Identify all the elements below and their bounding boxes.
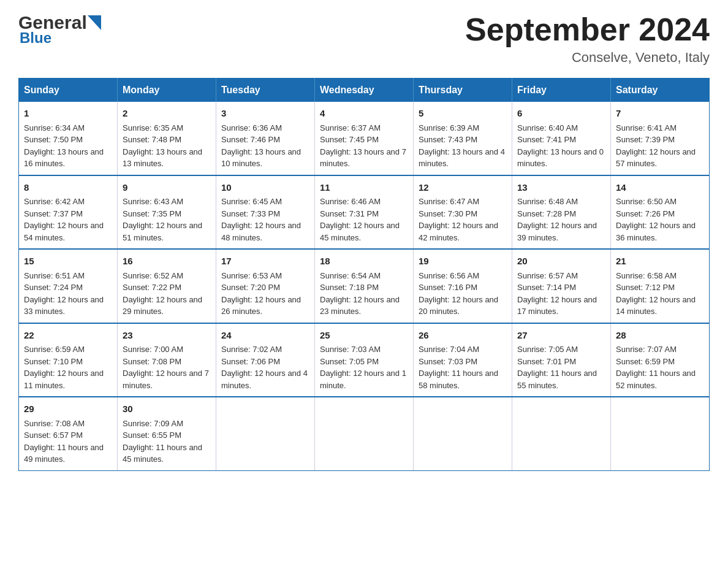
page-header: General Blue September 2024 Conselve, Ve… [18,12,710,66]
sunset-info: Sunset: 7:50 PM [24,134,112,146]
calendar-week-row: 15 Sunrise: 6:51 AM Sunset: 7:24 PM Dayl… [19,249,710,323]
daylight-info: Daylight: 12 hours and 1 minute. [320,367,408,391]
calendar-cell: 29 Sunrise: 7:08 AM Sunset: 6:57 PM Dayl… [19,397,118,470]
sunrise-info: Sunrise: 6:54 AM [320,270,408,282]
daylight-info: Daylight: 12 hours and 17 minutes. [517,294,605,318]
calendar-week-row: 1 Sunrise: 6:34 AM Sunset: 7:50 PM Dayli… [19,102,710,175]
calendar-week-row: 29 Sunrise: 7:08 AM Sunset: 6:57 PM Dayl… [19,397,710,470]
sunset-info: Sunset: 7:24 PM [24,282,112,294]
sunrise-info: Sunrise: 7:05 AM [517,343,605,356]
weekday-header-wednesday: Wednesday [315,79,414,102]
daylight-info: Daylight: 12 hours and 57 minutes. [616,146,704,170]
day-number: 13 [517,181,605,195]
day-number: 3 [221,107,309,121]
sunrise-info: Sunrise: 6:46 AM [320,196,408,208]
daylight-info: Daylight: 13 hours and 0 minutes. [517,146,605,170]
day-number: 12 [419,181,507,195]
day-number: 5 [419,107,507,121]
calendar-cell: 7 Sunrise: 6:41 AM Sunset: 7:39 PM Dayli… [611,102,710,175]
day-number: 2 [123,107,211,121]
location-subtitle: Conselve, Veneto, Italy [465,50,710,66]
sunset-info: Sunset: 7:26 PM [616,208,704,220]
daylight-info: Daylight: 12 hours and 39 minutes. [517,220,605,243]
calendar-cell: 27 Sunrise: 7:05 AM Sunset: 7:01 PM Dayl… [512,323,611,397]
day-number: 26 [419,329,507,343]
daylight-info: Daylight: 12 hours and 7 minutes. [123,367,211,391]
day-number: 27 [517,329,605,343]
sunset-info: Sunset: 7:05 PM [320,356,408,368]
sunset-info: Sunset: 6:55 PM [123,429,211,442]
calendar-cell: 18 Sunrise: 6:54 AM Sunset: 7:18 PM Dayl… [315,249,414,323]
calendar-cell: 16 Sunrise: 6:52 AM Sunset: 7:22 PM Dayl… [118,249,216,323]
calendar-cell: 2 Sunrise: 6:35 AM Sunset: 7:48 PM Dayli… [118,102,216,175]
logo-triangle-icon [88,15,101,30]
weekday-header-row: SundayMondayTuesdayWednesdayThursdayFrid… [19,79,710,102]
sunset-info: Sunset: 7:03 PM [419,356,507,368]
day-number: 29 [24,402,112,416]
sunset-info: Sunset: 7:14 PM [517,282,605,294]
sunset-info: Sunset: 7:39 PM [616,134,704,146]
sunrise-info: Sunrise: 6:39 AM [419,122,507,134]
sunrise-info: Sunrise: 6:47 AM [419,196,507,208]
sunrise-info: Sunrise: 6:48 AM [517,196,605,208]
day-number: 9 [123,181,211,195]
sunset-info: Sunset: 7:16 PM [419,282,507,294]
sunset-info: Sunset: 7:35 PM [123,208,211,220]
calendar-cell: 20 Sunrise: 6:57 AM Sunset: 7:14 PM Dayl… [512,249,611,323]
calendar-cell: 17 Sunrise: 6:53 AM Sunset: 7:20 PM Dayl… [216,249,315,323]
sunset-info: Sunset: 7:18 PM [320,282,408,294]
daylight-info: Daylight: 12 hours and 23 minutes. [320,294,408,318]
sunrise-info: Sunrise: 6:57 AM [517,270,605,282]
calendar-cell: 13 Sunrise: 6:48 AM Sunset: 7:28 PM Dayl… [512,175,611,250]
daylight-info: Daylight: 12 hours and 42 minutes. [419,220,507,243]
sunrise-info: Sunrise: 6:56 AM [419,270,507,282]
sunrise-info: Sunrise: 6:41 AM [616,122,704,134]
day-number: 10 [221,181,309,195]
sunset-info: Sunset: 7:37 PM [24,208,112,220]
calendar-cell: 6 Sunrise: 6:40 AM Sunset: 7:41 PM Dayli… [512,102,611,175]
day-number: 22 [24,329,112,343]
day-number: 19 [419,255,507,269]
daylight-info: Daylight: 13 hours and 13 minutes. [123,146,211,170]
day-number: 11 [320,181,408,195]
sunset-info: Sunset: 6:59 PM [616,356,704,368]
sunset-info: Sunset: 7:43 PM [419,134,507,146]
daylight-info: Daylight: 12 hours and 20 minutes. [419,294,507,318]
sunrise-info: Sunrise: 7:03 AM [320,343,408,356]
day-number: 21 [616,255,704,269]
calendar-cell: 25 Sunrise: 7:03 AM Sunset: 7:05 PM Dayl… [315,323,414,397]
sunset-info: Sunset: 7:48 PM [123,134,211,146]
weekday-header-thursday: Thursday [414,79,512,102]
sunset-info: Sunset: 7:10 PM [24,356,112,368]
sunset-info: Sunset: 7:46 PM [221,134,309,146]
calendar-cell: 19 Sunrise: 6:56 AM Sunset: 7:16 PM Dayl… [414,249,512,323]
sunset-info: Sunset: 7:12 PM [616,282,704,294]
sunset-info: Sunset: 7:30 PM [419,208,507,220]
calendar-cell [414,397,512,470]
sunrise-info: Sunrise: 6:53 AM [221,270,309,282]
calendar-table: SundayMondayTuesdayWednesdayThursdayFrid… [18,78,710,471]
day-number: 4 [320,107,408,121]
sunrise-info: Sunrise: 7:04 AM [419,343,507,356]
calendar-cell: 15 Sunrise: 6:51 AM Sunset: 7:24 PM Dayl… [19,249,118,323]
calendar-cell [611,397,710,470]
sunset-info: Sunset: 7:01 PM [517,356,605,368]
day-number: 24 [221,329,309,343]
day-number: 16 [123,255,211,269]
calendar-cell: 21 Sunrise: 6:58 AM Sunset: 7:12 PM Dayl… [611,249,710,323]
calendar-cell: 9 Sunrise: 6:43 AM Sunset: 7:35 PM Dayli… [118,175,216,250]
weekday-header-monday: Monday [118,79,216,102]
sunrise-info: Sunrise: 7:09 AM [123,418,211,430]
sunrise-info: Sunrise: 6:43 AM [123,196,211,208]
daylight-info: Daylight: 12 hours and 54 minutes. [24,220,112,243]
daylight-info: Daylight: 11 hours and 58 minutes. [419,367,507,391]
daylight-info: Daylight: 12 hours and 33 minutes. [24,294,112,318]
daylight-info: Daylight: 12 hours and 11 minutes. [24,367,112,391]
sunrise-info: Sunrise: 6:50 AM [616,196,704,208]
sunrise-info: Sunrise: 6:34 AM [24,122,112,134]
calendar-week-row: 22 Sunrise: 6:59 AM Sunset: 7:10 PM Dayl… [19,323,710,397]
calendar-cell: 10 Sunrise: 6:45 AM Sunset: 7:33 PM Dayl… [216,175,315,250]
day-number: 25 [320,329,408,343]
daylight-info: Daylight: 12 hours and 29 minutes. [123,294,211,318]
day-number: 6 [517,107,605,121]
